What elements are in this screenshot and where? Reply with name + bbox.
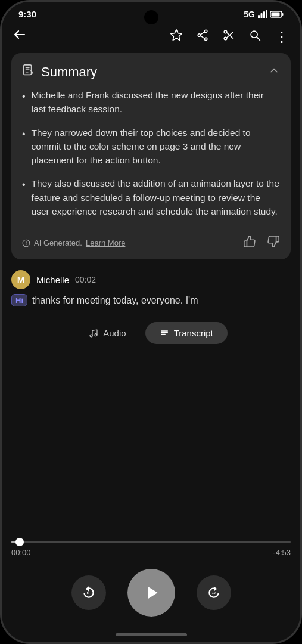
transcript-tab-label: Transcript [174,328,213,338]
bullet-text-3: They also discussed the addition of an a… [32,177,280,218]
svg-line-17 [257,37,260,40]
svg-rect-1 [261,13,263,18]
hi-badge: Hi [11,294,27,306]
network-label: 5G [244,10,255,19]
share-button[interactable] [196,29,209,45]
search-button[interactable] [248,29,261,45]
svg-line-11 [201,36,204,38]
bullet-dot-2: • [22,127,26,168]
speaker-time: 00:02 [75,275,96,284]
summary-footer: AI Generated. Learn More [22,229,280,251]
svg-rect-2 [263,11,265,18]
audio-tab-button[interactable]: Audio [74,322,140,344]
transcript-content: thanks for meeting today, everyone. I'm [32,295,198,306]
svg-rect-0 [258,15,260,18]
player-area: 00:00 -4:53 5 [2,537,300,628]
rewind-button[interactable]: 5 [71,575,106,610]
summary-title-area: Summary [22,64,97,80]
star-button[interactable] [170,29,183,45]
summary-header: Summary [22,64,280,80]
svg-text:10: 10 [211,591,215,595]
svg-point-16 [251,31,257,38]
ai-generated-label: AI Generated. Learn More [22,239,125,247]
play-button[interactable] [127,569,175,617]
svg-point-24 [26,244,26,244]
speaker-avatar: M [11,270,30,289]
summary-title: Summary [41,64,97,80]
summary-bullets: • Michelle and Frank discussed the new d… [22,88,280,218]
speaker-name: Michelle [36,275,69,285]
battery-icon [270,11,284,18]
svg-point-8 [198,33,201,36]
ai-label-text: AI Generated. [34,239,82,247]
nav-bar: ⋮ [2,23,300,53]
transcript-section: M Michelle 00:02 Hi thanks for meeting t… [11,268,291,309]
thumbs-up-button[interactable] [243,235,256,251]
more-button[interactable]: ⋮ [275,29,289,45]
thumbs-down-button[interactable] [267,235,280,251]
scissors-button[interactable] [222,29,235,45]
svg-point-7 [204,30,207,33]
audio-tab-label: Audio [103,328,126,338]
time-row: 00:00 -4:53 [11,548,291,557]
bullet-text-2: They narrowed down their top choices and… [32,126,280,168]
svg-rect-6 [282,13,284,16]
transcript-text: Hi thanks for meeting today, everyone. I… [11,294,291,306]
svg-line-10 [201,32,204,34]
collapse-button[interactable] [268,64,280,79]
progress-thumb [15,538,24,546]
remaining-time: -4:53 [273,548,291,557]
forward-button[interactable]: 10 [197,575,231,610]
home-indicator [116,633,187,636]
svg-line-14 [227,32,233,38]
player-controls: 5 10 [11,564,291,621]
status-icons: 5G [244,10,284,19]
main-content: Summary • Michelle and Frank discussed t… [2,53,300,537]
bullet-dot-1: • [22,89,26,116]
feedback-icons [243,235,280,251]
svg-line-15 [227,32,233,38]
status-time: 9:30 [18,9,36,19]
bullet-item-1: • Michelle and Frank discussed the new d… [22,88,280,116]
transcript-tab-button[interactable]: Transcript [145,322,228,344]
toggle-bar: Audio Transcript [11,317,291,349]
bullet-dot-3: • [22,178,26,218]
summary-card: Summary • Michelle and Frank discussed t… [11,53,291,259]
bullet-item-3: • They also discussed the addition of an… [22,177,280,218]
svg-rect-3 [266,10,268,18]
svg-text:5: 5 [86,591,88,595]
bullet-item-2: • They narrowed down their top choices a… [22,126,280,168]
back-button[interactable] [13,27,27,46]
bullet-text-1: Michelle and Frank discussed the new des… [32,88,280,116]
learn-more-link[interactable]: Learn More [86,239,125,247]
summary-icon [22,64,35,80]
svg-rect-5 [272,12,280,16]
current-time: 00:00 [11,548,31,557]
progress-bar[interactable] [11,541,291,543]
speaker-row: M Michelle 00:02 [11,270,291,289]
signal-icon [258,10,267,18]
svg-point-25 [90,335,92,337]
svg-point-9 [204,38,207,41]
